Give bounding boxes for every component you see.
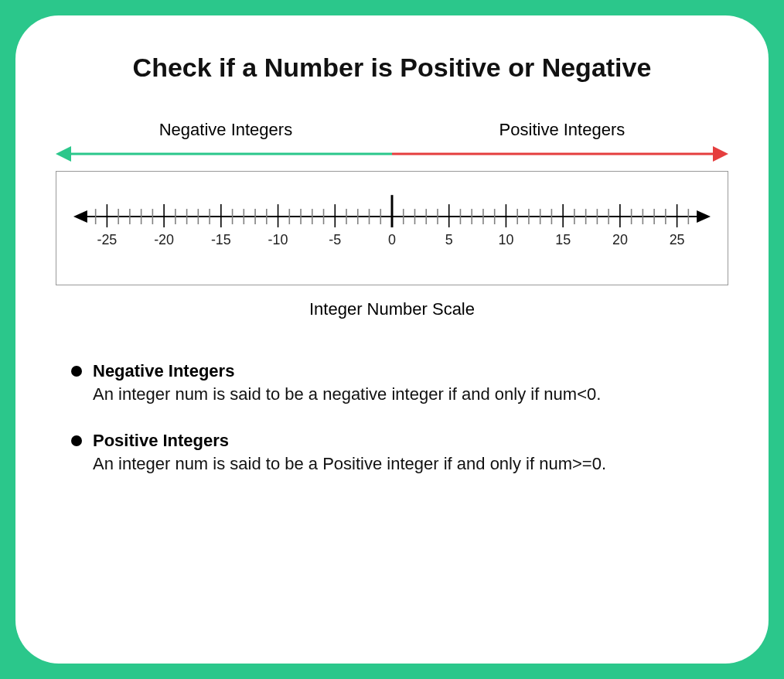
arrow-right-icon	[713, 146, 728, 162]
definitions: Negative Integers An integer num is said…	[56, 361, 728, 474]
svg-text:25: 25	[670, 232, 685, 247]
numberline-caption: Integer Number Scale	[56, 299, 728, 319]
svg-marker-3	[73, 210, 87, 223]
arrow-left-icon	[56, 146, 71, 162]
bidir-arrow	[56, 145, 728, 163]
arrow-labels: Negative Integers Positive Integers	[56, 120, 728, 140]
def-term: Positive Integers	[93, 431, 229, 451]
definition-positive: Positive Integers An integer num is said…	[71, 431, 728, 474]
definition-negative: Negative Integers An integer num is said…	[71, 361, 728, 404]
svg-text:-25: -25	[97, 232, 117, 247]
svg-text:-20: -20	[154, 232, 174, 247]
positive-label: Positive Integers	[499, 120, 625, 140]
def-body: An integer num is said to be a Positive …	[93, 454, 728, 474]
svg-text:-15: -15	[211, 232, 231, 247]
svg-text:15: 15	[555, 232, 571, 247]
svg-text:0: 0	[388, 232, 396, 247]
svg-marker-4	[697, 210, 711, 223]
card: Check if a Number is Positive or Negativ…	[15, 15, 769, 664]
bullet-icon	[71, 435, 82, 446]
def-body: An integer num is said to be a negative …	[93, 384, 728, 404]
negative-label: Negative Integers	[159, 120, 292, 140]
page-title: Check if a Number is Positive or Negativ…	[56, 53, 728, 83]
numberline-box: -25-20-15-10-50510152025	[56, 171, 728, 285]
svg-text:5: 5	[445, 232, 453, 247]
svg-text:-5: -5	[329, 232, 341, 247]
svg-text:10: 10	[498, 232, 513, 247]
svg-text:20: 20	[612, 232, 628, 247]
numberline: -25-20-15-10-50510152025	[69, 189, 715, 258]
bullet-icon	[71, 366, 82, 377]
svg-text:-10: -10	[268, 232, 288, 247]
def-term: Negative Integers	[93, 361, 234, 381]
